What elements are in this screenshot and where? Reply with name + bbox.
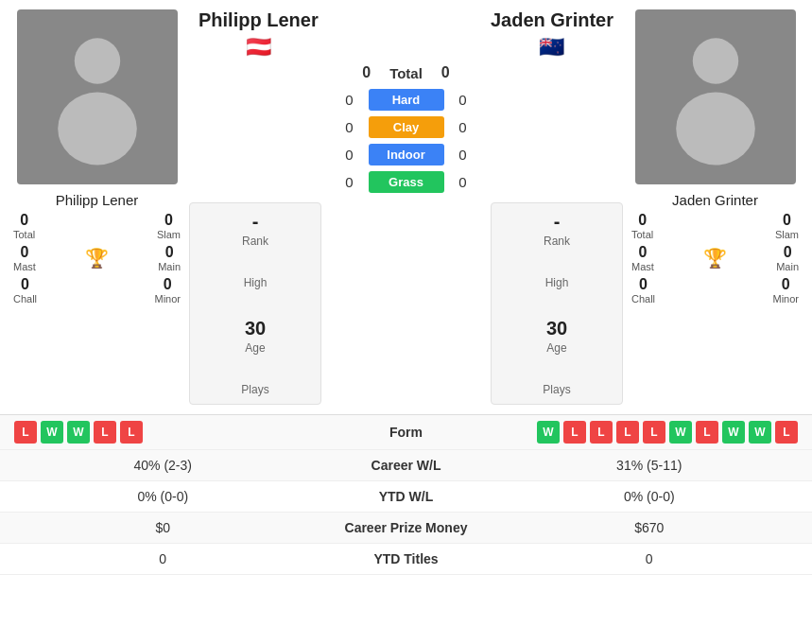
total-row: 0 Total 0 — [189, 64, 623, 81]
left-stat-total: 0 Total — [13, 212, 35, 240]
right-total-score: 0 — [441, 64, 450, 81]
surface-row-hard: 0 Hard 0 — [189, 89, 623, 111]
right-flag: 🇳🇿 — [539, 35, 564, 60]
right-stats-row2: 0 Mast 🏆 0 Main — [628, 244, 803, 272]
right-age-label: Age — [546, 341, 566, 355]
surface-row-grass: 0 Grass 0 — [189, 171, 623, 193]
clay-button[interactable]: Clay — [369, 116, 444, 138]
left-card-rank: - Rank — [199, 211, 311, 248]
left-card-plays: Plays — [199, 383, 311, 396]
right-card-high: High — [501, 276, 613, 289]
right-stat-total: 0 Total — [631, 212, 653, 240]
right-minor-value: 0 — [782, 276, 790, 293]
ytd-titles-right: 0 — [501, 551, 799, 566]
hard-left-score: 0 — [340, 92, 359, 108]
right-mast-label: Mast — [631, 261, 654, 272]
form-badge: L — [120, 421, 143, 444]
right-header-name: Jaden Grinter — [491, 9, 613, 31]
ytd-titles-label: YTD Titles — [312, 551, 501, 566]
right-rank-value: - — [554, 211, 561, 233]
left-stats-row: 0 Total 0 Slam — [9, 212, 184, 240]
hard-button[interactable]: Hard — [369, 89, 444, 111]
right-total-label: Total — [631, 229, 653, 240]
trophy-icon-right: 🏆 — [703, 247, 727, 270]
right-stat-slam: 0 Slam — [775, 212, 799, 240]
career-wl-row: 40% (2-3) Career W/L 31% (5-11) — [0, 450, 812, 481]
indoor-button[interactable]: Indoor — [369, 144, 444, 165]
svg-point-1 — [58, 92, 137, 165]
trophy-icon-left: 🏆 — [85, 247, 109, 270]
ytd-wl-right: 0% (0-0) — [501, 489, 799, 504]
left-rank-value: - — [252, 211, 259, 233]
indoor-left-score: 0 — [340, 147, 359, 163]
form-badge: L — [94, 421, 116, 444]
left-main-label: Main — [158, 261, 181, 272]
form-row: LWWLL Form WLLLLWLWWL — [0, 415, 812, 450]
svg-point-3 — [676, 92, 755, 165]
stats-cards-row: - Rank High 30 Age Plays — [189, 202, 623, 405]
left-flag: 🇦🇹 — [246, 35, 271, 60]
left-stat-minor: 0 Minor — [154, 276, 181, 305]
left-stats-card: - Rank High 30 Age Plays — [189, 202, 321, 405]
right-stat-main: 0 Main — [776, 244, 799, 272]
right-high-label: High — [545, 276, 569, 289]
middle-section: Philipp Lener 🇦🇹 Jaden Grinter 🇳🇿 0 Tota… — [184, 9, 628, 405]
left-card-age: 30 Age — [199, 318, 311, 355]
right-stats-row3: 0 Chall 0 Minor — [628, 276, 803, 305]
ytd-wl-row: 0% (0-0) YTD W/L 0% (0-0) — [0, 481, 812, 513]
left-total-score: 0 — [362, 64, 371, 81]
left-chall-value: 0 — [21, 276, 29, 293]
left-minor-value: 0 — [164, 276, 172, 293]
form-badge: L — [696, 421, 718, 444]
bottom-section: LWWLL Form WLLLLWLWWL 40% (2-3) Career W… — [0, 414, 812, 575]
left-age-value: 30 — [245, 318, 266, 339]
form-badge: W — [537, 421, 560, 444]
right-mast-value: 0 — [638, 244, 647, 261]
left-stat-chall: 0 Chall — [13, 276, 37, 305]
left-rank-label: Rank — [242, 235, 268, 248]
left-header: Philipp Lener 🇦🇹 — [199, 9, 319, 60]
left-mast-value: 0 — [20, 244, 28, 261]
form-badge: L — [14, 421, 37, 444]
career-wl-label: Career W/L — [312, 458, 501, 473]
right-stats-card: - Rank High 30 Age Plays — [491, 202, 623, 405]
right-avatar — [635, 9, 796, 184]
clay-right-score: 0 — [454, 119, 473, 135]
grass-left-score: 0 — [340, 174, 359, 190]
left-plays-label: Plays — [241, 383, 268, 396]
right-rank-label: Rank — [544, 235, 570, 248]
form-badge: W — [67, 421, 90, 444]
prize-money-label: Career Prize Money — [312, 520, 501, 535]
form-badge: W — [41, 421, 63, 444]
right-main-label: Main — [776, 261, 799, 272]
form-badge: L — [643, 421, 665, 444]
right-stats-row: 0 Total 0 Slam — [628, 212, 803, 240]
left-main-value: 0 — [165, 244, 174, 261]
ytd-wl-label: YTD W/L — [312, 489, 501, 504]
left-stat-main: 0 Main — [158, 244, 181, 272]
main-container: Philipp Lener 0 Total 0 Slam 0 Mast 🏆 — [0, 0, 812, 575]
surface-row-indoor: 0 Indoor 0 — [189, 144, 623, 165]
right-slam-value: 0 — [783, 212, 791, 229]
grass-button[interactable]: Grass — [369, 171, 444, 193]
prize-money-row: $0 Career Prize Money $670 — [0, 513, 812, 544]
left-slam-value: 0 — [164, 212, 173, 229]
right-age-value: 30 — [546, 318, 567, 339]
surfaces-container: 0 Hard 0 0 Clay 0 0 Indoor 0 0 Grass — [189, 89, 623, 193]
left-high-label: High — [244, 276, 268, 289]
left-header-name: Philipp Lener — [199, 9, 319, 31]
left-chall-label: Chall — [13, 293, 37, 305]
prize-money-right: $670 — [501, 520, 799, 535]
right-player-name: Jaden Grinter — [672, 192, 758, 208]
left-total-value: 0 — [20, 212, 28, 229]
right-minor-label: Minor — [772, 293, 799, 305]
form-badge: L — [590, 421, 613, 444]
left-card-high: High — [199, 276, 311, 289]
right-chall-value: 0 — [639, 276, 648, 293]
career-wl-left: 40% (2-3) — [14, 458, 312, 473]
left-player-name: Philipp Lener — [56, 192, 139, 208]
clay-left-score: 0 — [340, 119, 359, 135]
form-badge: W — [722, 421, 745, 444]
form-badge: W — [669, 421, 692, 444]
left-age-label: Age — [245, 341, 265, 355]
